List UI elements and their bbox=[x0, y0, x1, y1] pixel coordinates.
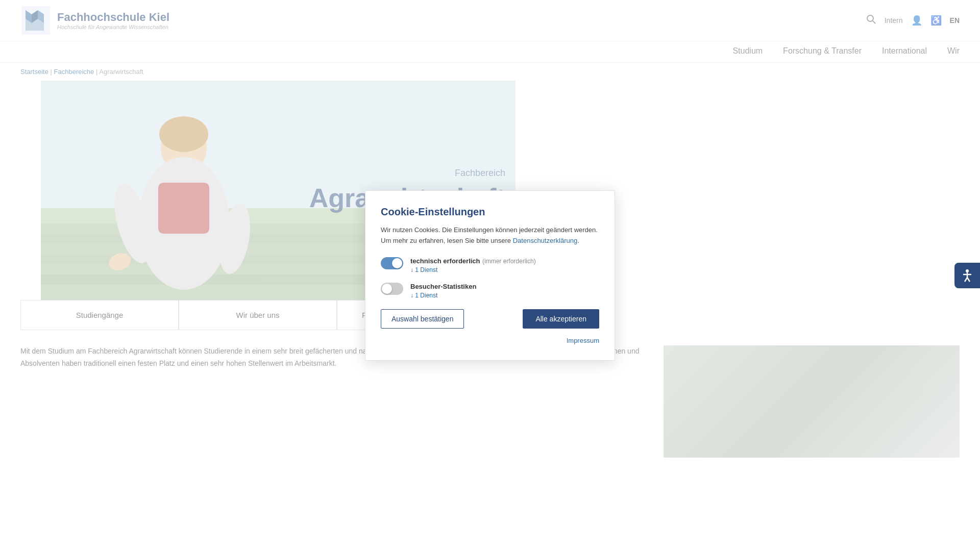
cookie-option-technical: technisch erforderlich (immer erforderli… bbox=[381, 256, 599, 273]
svg-line-25 bbox=[967, 278, 970, 282]
privacy-link[interactable]: Datenschutzerklärung bbox=[513, 237, 577, 244]
svg-point-21 bbox=[966, 269, 969, 272]
impressum-link[interactable]: Impressum bbox=[567, 337, 599, 344]
cookie-required-text: (immer erforderlich) bbox=[482, 258, 536, 265]
cookie-modal-body: Wir nutzen Cookies. Die Einstellungen kö… bbox=[381, 225, 599, 246]
cookie-accept-button[interactable]: Alle akzeptieren bbox=[523, 309, 599, 329]
cookie-modal-footer: Impressum bbox=[381, 336, 599, 345]
cookie-confirm-button[interactable]: Auswahl bestätigen bbox=[381, 309, 464, 329]
cookie-modal: Cookie-Einstellungen Wir nutzen Cookies.… bbox=[365, 190, 615, 361]
cookie-detail-technical[interactable]: ↓ 1 Dienst bbox=[410, 266, 599, 273]
cookie-label-statistics: Besucher-Statistiken bbox=[410, 283, 476, 290]
cookie-option-statistics: Besucher-Statistiken ↓ 1 Dienst bbox=[381, 282, 599, 299]
cookie-detail-statistics[interactable]: ↓ 1 Dienst bbox=[410, 292, 599, 299]
cookie-overlay: Cookie-Einstellungen Wir nutzen Cookies.… bbox=[0, 0, 980, 473]
cookie-label-technical: technisch erforderlich bbox=[410, 257, 480, 265]
toggle-technical[interactable] bbox=[381, 257, 403, 269]
cookie-modal-actions: Auswahl bestätigen Alle akzeptieren bbox=[381, 309, 599, 329]
accessibility-icon bbox=[960, 268, 974, 283]
cookie-modal-title: Cookie-Einstellungen bbox=[381, 206, 599, 218]
accessibility-button[interactable] bbox=[954, 263, 980, 288]
svg-line-24 bbox=[965, 278, 967, 282]
toggle-statistics[interactable] bbox=[381, 283, 403, 295]
